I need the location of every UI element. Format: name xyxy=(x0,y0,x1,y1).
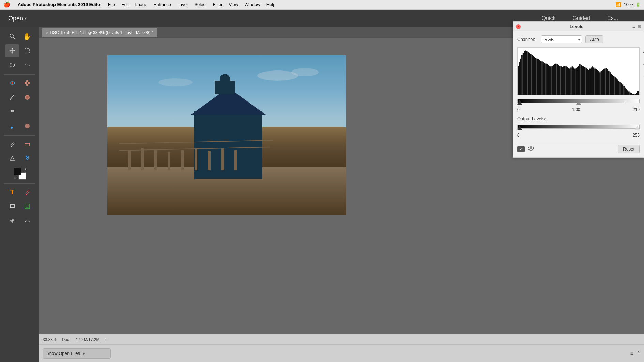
svg-rect-74 xyxy=(579,64,581,95)
brush-tool[interactable] xyxy=(5,91,19,104)
lasso-tool[interactable] xyxy=(5,59,19,72)
reset-button[interactable]: Reset xyxy=(618,145,640,153)
file-tab[interactable]: × DSC_9756-Edit-1.tif @ 33.3% (Levels 1,… xyxy=(42,28,157,37)
foreground-color-box[interactable] xyxy=(14,168,21,175)
menu-image[interactable]: Image xyxy=(135,2,147,7)
marquee-tool[interactable] xyxy=(20,44,34,57)
svg-point-4 xyxy=(11,82,13,84)
list-view-icon[interactable]: ≡ xyxy=(630,350,633,357)
eye-tool[interactable] xyxy=(5,77,19,90)
smudge-tool[interactable] xyxy=(5,105,19,118)
black-eyedropper-button[interactable] xyxy=(642,47,644,56)
svg-rect-5 xyxy=(26,80,28,82)
svg-rect-27 xyxy=(520,59,521,95)
red-pen-tool[interactable] xyxy=(20,186,34,199)
output-black-thumb[interactable] xyxy=(517,125,522,130)
svg-point-9 xyxy=(10,99,11,100)
gray-eyedropper-button[interactable] xyxy=(642,59,644,68)
svg-point-11 xyxy=(26,96,29,99)
svg-rect-14 xyxy=(25,143,30,146)
eraser-tool[interactable] xyxy=(20,138,34,151)
menu-layer[interactable]: Layer xyxy=(177,2,188,7)
menu-select[interactable]: Select xyxy=(194,2,206,7)
hand-tool[interactable]: ✋ xyxy=(20,30,34,43)
svg-rect-102 xyxy=(614,77,616,95)
gradient-tool[interactable] xyxy=(20,105,34,118)
svg-rect-37 xyxy=(533,56,534,95)
show-open-files-button[interactable]: Show Open Files ▾ xyxy=(43,348,111,359)
levels-preview-check[interactable]: ✓ xyxy=(517,146,525,152)
swap-colors-icon[interactable]: ⇄ xyxy=(23,168,26,171)
channel-label: Channel: xyxy=(517,37,538,42)
sponge-tool[interactable] xyxy=(20,120,34,132)
svg-rect-80 xyxy=(587,69,588,95)
apple-menu[interactable]: 🍎 xyxy=(3,1,10,8)
white-input-thumb[interactable] xyxy=(623,100,627,105)
svg-rect-104 xyxy=(617,79,618,95)
menu-filter[interactable]: Filter xyxy=(213,2,223,7)
svg-rect-48 xyxy=(547,64,548,95)
white-eyedropper-button[interactable] xyxy=(642,71,644,80)
color-picker-tool[interactable] xyxy=(5,152,19,165)
expand-icon[interactable]: ⌃ xyxy=(636,350,641,357)
open-label: Open xyxy=(8,15,23,22)
app-container: Open ▾ Quick Guided Ex... ✋ xyxy=(0,10,644,362)
menu-edit[interactable]: Edit xyxy=(121,2,129,7)
magnetic-lasso-tool[interactable] xyxy=(20,59,34,72)
pencil-tool[interactable] xyxy=(5,138,19,151)
svg-rect-55 xyxy=(555,64,557,95)
menu-window[interactable]: Window xyxy=(244,2,260,7)
reset-colors-icon[interactable]: ⊙ xyxy=(14,176,16,180)
stamp-tool[interactable] xyxy=(20,91,34,104)
svg-rect-95 xyxy=(606,68,607,95)
open-dropdown-arrow: ▾ xyxy=(25,16,27,21)
mid-input-thumb[interactable] xyxy=(576,100,581,105)
recompose-tool[interactable] xyxy=(20,200,34,213)
menu-enhance[interactable]: Enhance xyxy=(154,2,171,7)
output-white-thumb[interactable] xyxy=(635,125,640,130)
svg-point-15 xyxy=(27,157,28,158)
levels-eye-button[interactable] xyxy=(527,146,534,153)
svg-rect-50 xyxy=(549,66,550,95)
dropper-tool[interactable] xyxy=(5,120,19,132)
open-button[interactable]: Open ▾ xyxy=(5,14,29,23)
check-icon: ✓ xyxy=(520,147,522,151)
healing-tool[interactable] xyxy=(20,77,34,90)
nav-arrow[interactable]: › xyxy=(105,337,107,342)
input-levels-section: 0 1.00 219 xyxy=(517,98,640,112)
auto-button[interactable]: Auto xyxy=(585,35,603,43)
levels-menu-icon[interactable]: ≡ xyxy=(632,27,635,29)
levels-close-button[interactable]: × xyxy=(516,27,521,29)
levels-expand-icon[interactable]: ⊞ xyxy=(638,27,641,29)
menu-view[interactable]: View xyxy=(229,2,238,7)
black-input-thumb[interactable] xyxy=(517,100,522,105)
svg-rect-26 xyxy=(519,62,520,95)
histogram-section xyxy=(517,47,640,95)
svg-rect-114 xyxy=(630,93,631,95)
menu-file[interactable]: File xyxy=(108,2,115,7)
channel-select[interactable]: RGB Red Green Blue xyxy=(541,35,582,43)
input-slider-track[interactable] xyxy=(517,98,640,105)
type-tool[interactable]: T xyxy=(5,186,19,199)
svg-rect-75 xyxy=(581,65,582,95)
search-tool[interactable] xyxy=(5,30,19,43)
svg-rect-51 xyxy=(550,66,552,95)
output-slider-track[interactable] xyxy=(517,123,640,130)
svg-rect-41 xyxy=(538,59,539,95)
fence xyxy=(119,143,286,170)
svg-rect-69 xyxy=(573,67,574,95)
fence-post xyxy=(221,148,224,170)
crop-tool[interactable] xyxy=(5,200,19,213)
svg-point-0 xyxy=(10,34,13,37)
content-aware-tool[interactable] xyxy=(5,214,19,227)
move-tool[interactable] xyxy=(5,44,19,57)
svg-rect-44 xyxy=(541,61,543,95)
separator-3 xyxy=(4,183,35,184)
pin-tool[interactable] xyxy=(20,152,34,165)
tab-close-button[interactable]: × xyxy=(46,31,48,35)
fence-post xyxy=(128,150,131,170)
wifi-icon: 📶 xyxy=(615,2,621,7)
menu-help[interactable]: Help xyxy=(266,2,276,7)
straighten-tool[interactable] xyxy=(20,214,34,227)
svg-rect-45 xyxy=(543,62,544,95)
